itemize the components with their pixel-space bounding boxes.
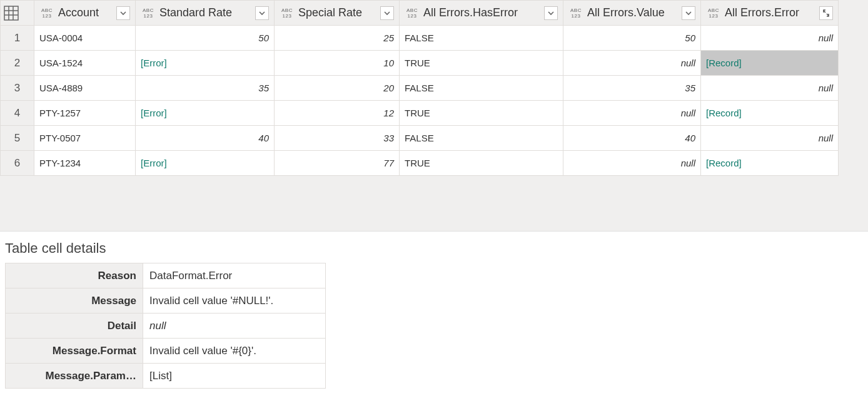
data-cell[interactable]: 40 — [136, 126, 275, 151]
detail-key: Detail — [6, 314, 143, 339]
expand-column-button[interactable] — [819, 6, 833, 20]
data-cell[interactable]: [Record] — [701, 51, 839, 76]
any-type-icon: ABC123 — [705, 4, 722, 22]
data-cell[interactable]: PTY-1257 — [34, 101, 136, 126]
column-name: All Errors.HasError — [423, 6, 542, 19]
column-name: All Errors.Value — [587, 6, 679, 19]
column-filter-button[interactable] — [380, 6, 394, 20]
column-header[interactable]: ABC123 Standard Rate — [136, 1, 275, 26]
data-cell[interactable]: TRUE — [400, 51, 563, 76]
data-cell[interactable]: null — [563, 51, 701, 76]
detail-key: Message.Param… — [6, 364, 143, 389]
detail-value: Invalid cell value '#{0}'. — [143, 339, 326, 364]
detail-key: Message — [6, 288, 143, 314]
detail-key: Message.Format — [6, 339, 143, 364]
column-header[interactable]: ABC123 Account — [34, 1, 136, 26]
data-cell[interactable]: [Error] — [136, 151, 275, 176]
column-header[interactable]: ABC123 All Errors.Error — [701, 1, 839, 26]
any-type-icon: ABC123 — [278, 4, 296, 22]
column-header[interactable]: ABC123 All Errors.Value — [563, 1, 701, 26]
data-cell[interactable]: PTY-1234 — [34, 151, 136, 176]
data-cell[interactable]: TRUE — [400, 151, 563, 176]
row-header[interactable]: 2 — [1, 51, 34, 76]
data-cell[interactable]: [Record] — [701, 101, 839, 126]
data-cell[interactable]: [Error] — [136, 51, 275, 76]
row-header[interactable]: 5 — [1, 126, 34, 151]
data-cell[interactable]: 35 — [136, 76, 275, 101]
data-cell[interactable]: 25 — [275, 26, 400, 51]
data-cell[interactable]: 77 — [275, 151, 400, 176]
column-name: All Errors.Error — [725, 6, 817, 19]
data-grid-area: ABC123 Account ABC123 Standard Rate ABC1… — [0, 0, 868, 232]
data-cell[interactable]: 20 — [275, 76, 400, 101]
data-grid: ABC123 Account ABC123 Standard Rate ABC1… — [0, 0, 839, 176]
any-type-icon: ABC123 — [38, 4, 56, 22]
any-type-icon: ABC123 — [139, 4, 157, 22]
row-header[interactable]: 6 — [1, 151, 34, 176]
row-header[interactable]: 1 — [1, 26, 34, 51]
data-cell[interactable]: 35 — [563, 76, 701, 101]
column-header[interactable]: ABC123 All Errors.HasError — [400, 1, 563, 26]
detail-value[interactable]: [List] — [143, 364, 326, 389]
column-filter-button[interactable] — [544, 6, 558, 20]
svg-rect-0 — [4, 6, 18, 20]
data-cell[interactable]: PTY-0507 — [34, 126, 136, 151]
data-cell[interactable]: null — [701, 26, 839, 51]
data-cell[interactable]: 12 — [275, 101, 400, 126]
data-cell[interactable]: USA-4889 — [34, 76, 136, 101]
column-header[interactable]: ABC123 Special Rate — [275, 1, 400, 26]
data-cell[interactable]: USA-0004 — [34, 26, 136, 51]
column-name: Special Rate — [298, 6, 378, 19]
detail-value: DataFormat.Error — [143, 263, 326, 288]
row-header[interactable]: 4 — [1, 101, 34, 126]
data-cell[interactable]: null — [563, 101, 701, 126]
data-cell[interactable]: null — [563, 151, 701, 176]
details-table: ReasonDataFormat.ErrorMessageInvalid cel… — [5, 263, 326, 389]
data-cell[interactable]: FALSE — [400, 126, 563, 151]
data-cell[interactable]: FALSE — [400, 76, 563, 101]
data-cell[interactable]: 50 — [136, 26, 275, 51]
column-name: Standard Rate — [159, 6, 253, 19]
table-corner-button[interactable] — [1, 1, 34, 26]
data-cell[interactable]: 10 — [275, 51, 400, 76]
data-cell[interactable]: 50 — [563, 26, 701, 51]
column-filter-button[interactable] — [116, 6, 130, 20]
data-cell[interactable]: null — [701, 126, 839, 151]
data-cell[interactable]: [Record] — [701, 151, 839, 176]
any-type-icon: ABC123 — [403, 4, 421, 22]
data-cell[interactable]: 33 — [275, 126, 400, 151]
row-header[interactable]: 3 — [1, 76, 34, 101]
data-cell[interactable]: TRUE — [400, 101, 563, 126]
column-filter-button[interactable] — [682, 6, 695, 20]
any-type-icon: ABC123 — [567, 4, 585, 22]
data-cell[interactable]: [Error] — [136, 101, 275, 126]
column-name: Account — [58, 6, 114, 19]
data-cell[interactable]: FALSE — [400, 26, 563, 51]
data-cell[interactable]: 40 — [563, 126, 701, 151]
detail-key: Reason — [6, 263, 143, 288]
detail-value: null — [143, 314, 326, 339]
details-title: Table cell details — [0, 232, 868, 263]
detail-value: Invalid cell value '#NULL!'. — [143, 288, 326, 314]
data-cell[interactable]: null — [701, 76, 839, 101]
column-filter-button[interactable] — [255, 6, 269, 20]
data-cell[interactable]: USA-1524 — [34, 51, 136, 76]
